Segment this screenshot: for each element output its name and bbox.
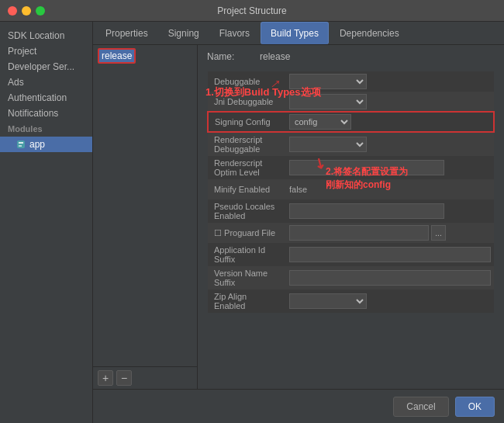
tab-signing[interactable]: Signing: [159, 22, 209, 44]
proguard-checkbox-icon: ☐: [214, 228, 222, 238]
app-icon: [16, 139, 26, 150]
title-bar: Project Structure: [0, 0, 504, 22]
sidebar: SDK Location Project Developer Ser... Ad…: [0, 22, 93, 423]
signing-config-select[interactable]: config: [289, 114, 351, 130]
prop-label-minify: Minify Enabled: [208, 179, 286, 199]
table-row-signing-config: Signing Config config: [208, 112, 494, 132]
minimize-button[interactable]: [22, 6, 31, 16]
prop-label-rs-optim: Renderscript Optim Level: [208, 156, 286, 179]
prop-cell-zip: [286, 290, 494, 313]
tab-properties[interactable]: Properties: [96, 22, 157, 44]
prop-cell-rs-optim: [286, 156, 494, 179]
prop-cell-jni: [286, 92, 494, 112]
table-row: Jni Debuggable: [208, 92, 494, 112]
jni-debuggable-select[interactable]: [289, 94, 367, 109]
right-panel: Properties Signing Flavors Build Types D…: [93, 22, 504, 423]
version-name-suffix-input[interactable]: [289, 270, 491, 286]
prop-label-proguard: ☐ Proguard File: [208, 223, 286, 243]
sidebar-item-project[interactable]: Project: [0, 43, 92, 59]
sidebar-item-ads[interactable]: Ads: [0, 75, 92, 90]
table-row: ☐ Proguard File ...: [208, 223, 494, 243]
list-actions-bar: + −: [93, 366, 197, 389]
build-list-wrapper: release + −: [93, 45, 198, 389]
name-value: release: [260, 51, 290, 62]
table-row: Renderscript Debuggable: [208, 132, 494, 156]
properties-panel-container: Name: release Debuggable: [198, 45, 504, 389]
sidebar-item-authentication[interactable]: Authentication: [0, 90, 92, 106]
sidebar-modules-label: Modules: [0, 121, 92, 137]
svg-rect-2: [19, 145, 22, 147]
proguard-input[interactable]: [289, 225, 429, 241]
cancel-button[interactable]: Cancel: [393, 397, 448, 417]
remove-build-type-button[interactable]: −: [116, 370, 132, 386]
prop-label-signing: Signing Config: [208, 112, 286, 132]
prop-cell-signing: config: [286, 112, 494, 132]
prop-label-jni: Jni Debuggable: [208, 92, 286, 112]
table-row: Application Id Suffix: [208, 243, 494, 266]
table-row: Pseudo Locales Enabled: [208, 199, 494, 223]
tabs-bar: Properties Signing Flavors Build Types D…: [93, 22, 504, 45]
window-controls[interactable]: [8, 6, 45, 16]
prop-cell-rs-debug: [286, 132, 494, 156]
maximize-button[interactable]: [36, 6, 45, 16]
prop-label-rs-debug: Renderscript Debuggable: [208, 132, 286, 156]
window-title: Project Structure: [217, 5, 286, 16]
svg-rect-0: [17, 140, 25, 148]
prop-cell-minify: false: [286, 179, 494, 199]
table-row: Renderscript Optim Level: [208, 156, 494, 179]
build-content: release + − Name: release: [93, 45, 504, 389]
table-row: Minify Enabled false: [208, 179, 494, 199]
sidebar-app-label: app: [29, 139, 45, 150]
rs-optim-input[interactable]: [289, 160, 444, 175]
sidebar-item-app[interactable]: app: [0, 137, 92, 152]
pseudo-locales-input[interactable]: [289, 203, 444, 219]
table-row: Debuggable: [208, 71, 494, 92]
build-list-items: release: [93, 45, 197, 366]
tab-dependencies[interactable]: Dependencies: [330, 22, 409, 44]
table-row: Zip Align Enabled: [208, 290, 494, 313]
proguard-browse-button[interactable]: ...: [431, 225, 445, 241]
build-type-release[interactable]: release: [98, 48, 136, 64]
prop-label-debuggable: Debuggable: [208, 71, 286, 92]
sidebar-item-notifications[interactable]: Notifications: [0, 106, 92, 121]
close-button[interactable]: [8, 6, 17, 16]
prop-label-zip: Zip Align Enabled: [208, 290, 286, 313]
svg-rect-1: [19, 142, 23, 144]
app-id-suffix-input[interactable]: [289, 247, 491, 262]
minify-value: false: [289, 185, 307, 194]
prop-label-pseudo: Pseudo Locales Enabled: [208, 199, 286, 223]
prop-label-app-id-suffix: Application Id Suffix: [208, 243, 286, 266]
prop-cell-proguard: ...: [286, 223, 494, 243]
sidebar-item-developer-ser[interactable]: Developer Ser...: [0, 59, 92, 75]
prop-cell-debuggable: [286, 71, 494, 92]
name-label: Name:: [207, 51, 254, 62]
prop-cell-version: [286, 266, 494, 290]
prop-cell-pseudo: [286, 199, 494, 223]
prop-cell-app-id: [286, 243, 494, 266]
rs-debuggable-select[interactable]: [289, 137, 367, 152]
zip-align-select[interactable]: [289, 293, 367, 309]
sidebar-item-sdk-location[interactable]: SDK Location: [0, 28, 92, 43]
ok-button[interactable]: OK: [455, 397, 495, 417]
tab-build-types[interactable]: Build Types: [261, 22, 329, 44]
properties-panel: Name: release Debuggable: [198, 45, 504, 389]
tab-flavors[interactable]: Flavors: [210, 22, 259, 44]
dialog-footer: Cancel OK: [93, 389, 504, 423]
table-row: Version Name Suffix: [208, 266, 494, 290]
add-build-type-button[interactable]: +: [98, 370, 113, 386]
debuggable-select[interactable]: [289, 74, 367, 89]
properties-table: Debuggable Jni Debuggable: [207, 71, 495, 313]
prop-label-version-suffix: Version Name Suffix: [208, 266, 286, 290]
name-row: Name: release: [207, 51, 495, 62]
